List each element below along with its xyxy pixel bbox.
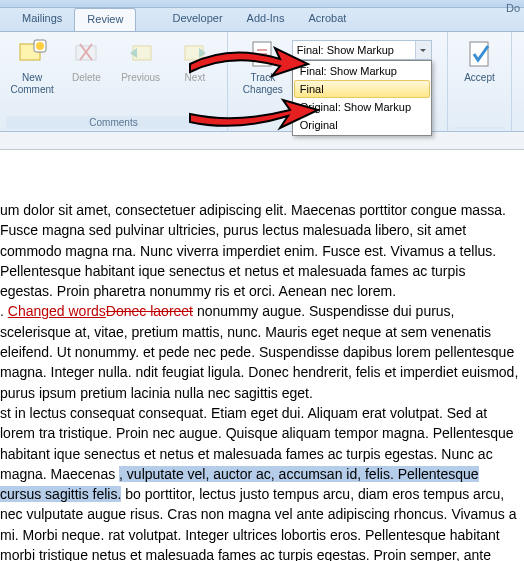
next-comment-button[interactable]: Next (169, 36, 221, 116)
next-icon (179, 38, 211, 70)
track-changes-label: Track Changes (243, 72, 283, 96)
display-for-review-dropdown: Final: Show Markup Final Original: Show … (292, 60, 432, 136)
display-for-review-combo[interactable]: Final: Show Markup (292, 40, 432, 60)
previous-label: Previous (121, 72, 160, 84)
comments-group-label: Comments (6, 116, 221, 129)
ribbon-tabs: Mailings Review Developer Add-Ins Acroba… (0, 8, 524, 32)
display-combo-arrow-icon[interactable] (415, 41, 431, 59)
dropdown-item-final-show-markup[interactable]: Final: Show Markup (294, 62, 430, 80)
tracked-insertion: Changed words (8, 303, 106, 319)
delete-label: Delete (72, 72, 101, 84)
tab-review[interactable]: Review (74, 8, 136, 31)
display-for-review-value: Final: Show Markup (297, 44, 394, 56)
tab-addins[interactable]: Add-Ins (235, 8, 297, 31)
ribbon: New Comment Delete Previous Next (0, 32, 524, 132)
accept-label: Accept (464, 72, 495, 84)
svg-rect-7 (470, 42, 488, 66)
delete-comment-button[interactable]: Delete (60, 36, 112, 116)
previous-comment-button[interactable]: Previous (115, 36, 167, 116)
delete-icon (70, 38, 102, 70)
dropdown-item-original-show-markup[interactable]: Original: Show Markup (294, 98, 430, 116)
ruler (0, 132, 524, 150)
svg-point-2 (36, 42, 44, 50)
tab-acrobat[interactable]: Acrobat (297, 8, 359, 31)
document-body[interactable]: um dolor sit amet, consectetuer adipisci… (0, 170, 524, 561)
tab-developer[interactable]: Developer (160, 8, 234, 31)
new-comment-label: New Comment (10, 72, 53, 96)
accept-icon (464, 38, 496, 70)
doc-paragraph-1: um dolor sit amet, consectetuer adipisci… (0, 202, 506, 299)
new-comment-button[interactable]: New Comment (6, 36, 58, 116)
track-changes-icon (247, 38, 279, 70)
accept-button[interactable]: Accept (454, 36, 505, 127)
previous-icon (125, 38, 157, 70)
next-label: Next (185, 72, 206, 84)
track-changes-button[interactable]: Track Changes (234, 36, 292, 129)
tab-mailings[interactable]: Mailings (10, 8, 74, 31)
changes-group-label (454, 127, 505, 129)
dropdown-item-original[interactable]: Original (294, 116, 430, 134)
new-comment-icon (16, 38, 48, 70)
window-title-fragment: Do (506, 2, 520, 14)
document-area[interactable]: um dolor sit amet, consectetuer adipisci… (0, 150, 524, 561)
tracked-deletion: Donec laoreet (106, 303, 193, 319)
dropdown-item-final[interactable]: Final (294, 80, 430, 98)
